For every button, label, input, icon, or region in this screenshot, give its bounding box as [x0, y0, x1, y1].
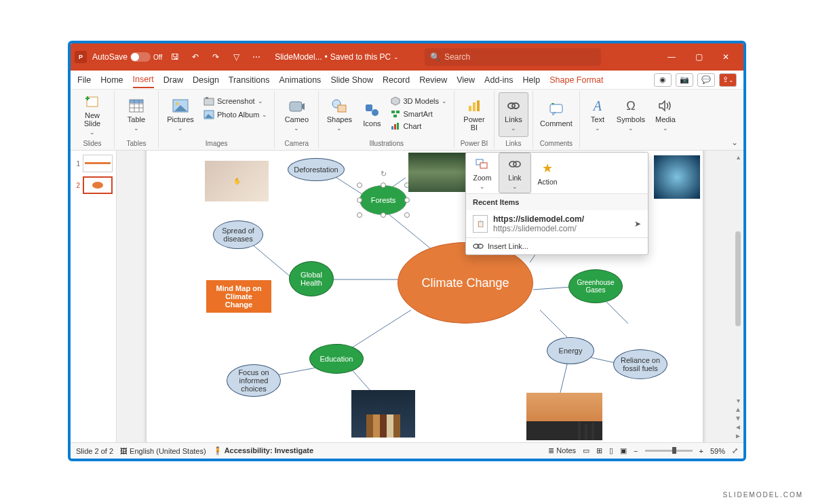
link-icon — [505, 98, 522, 114]
image-books[interactable] — [351, 390, 415, 438]
chart-button[interactable]: Chart — [388, 121, 450, 132]
symbols-button[interactable]: Ω Symbols ⌄ — [614, 92, 648, 137]
undo-icon[interactable]: ↶ — [188, 52, 203, 62]
photo-album-button[interactable]: Photo Album⌄ — [201, 109, 270, 121]
node-global-health[interactable]: Global Health — [289, 261, 334, 296]
text-button[interactable]: A Text ⌄ — [584, 92, 611, 137]
image-smokestacks[interactable] — [526, 393, 602, 440]
tab-design[interactable]: Design — [193, 73, 219, 88]
redo-icon[interactable]: ↷ — [208, 52, 223, 62]
recent-link-item[interactable]: 📋 https://slidemodel.com/ https://slidem… — [466, 210, 648, 237]
group-tables: Tables — [119, 138, 154, 149]
node-education[interactable]: Education — [309, 344, 364, 374]
tab-view[interactable]: View — [457, 73, 475, 88]
start-from-beginning-icon[interactable]: ▽ — [229, 52, 244, 62]
cameo-button[interactable]: Cameo ⌄ — [279, 92, 314, 137]
document-title[interactable]: SlideModel... • Saved to this PC ⌄ — [275, 52, 399, 62]
shapes-button[interactable]: Shapes ⌄ — [323, 92, 355, 137]
icons-icon — [364, 102, 380, 118]
sorter-view-icon[interactable]: ⊞ — [596, 446, 602, 455]
svg-rect-12 — [204, 98, 214, 105]
powerbi-button[interactable]: Power BI — [459, 92, 490, 137]
svg-point-10 — [176, 102, 178, 105]
svg-rect-26 — [391, 126, 393, 130]
comment-button[interactable]: Comment — [537, 92, 575, 137]
share-button[interactable]: ⇪ ⌄ — [719, 73, 737, 87]
zoom-out-button[interactable]: − — [634, 447, 638, 455]
slideshow-view-icon[interactable]: ▣ — [620, 446, 627, 455]
collapse-ribbon-icon[interactable]: ⌄ — [731, 138, 738, 147]
slide-thumbnail-2[interactable] — [83, 176, 113, 194]
node-reliance[interactable]: Reliance on fossil fuels — [613, 349, 667, 379]
zoom-slider[interactable] — [645, 450, 693, 452]
camera-icon[interactable]: 📷 — [676, 73, 693, 87]
tab-addins[interactable]: Add-ins — [484, 73, 513, 88]
rotate-handle-icon[interactable]: ↻ — [379, 170, 388, 179]
insert-link-button[interactable]: Insert Link... — [466, 237, 648, 254]
normal-view-icon[interactable]: ▭ — [583, 446, 589, 455]
tab-shape-format[interactable]: Shape Format — [549, 73, 603, 88]
save-icon[interactable]: 🖫 — [168, 52, 182, 62]
table-button[interactable]: Table ⌄ — [119, 92, 154, 137]
comments-icon[interactable]: 💬 — [697, 73, 715, 87]
node-forests[interactable]: Forests ↻ — [360, 185, 407, 215]
image-forest[interactable] — [408, 153, 472, 192]
node-deforestation[interactable]: Deforestation — [288, 158, 345, 181]
new-slide-button[interactable]: New Slide ⌄ — [75, 92, 110, 137]
link-button[interactable]: Link ⌄ — [499, 153, 531, 193]
zoom-in-button[interactable]: + — [699, 447, 703, 455]
autosave-toggle[interactable]: AutoSave Off — [92, 52, 162, 62]
tab-review[interactable]: Review — [419, 73, 447, 88]
legend-title[interactable]: Mind Map onClimate Change — [206, 280, 271, 313]
autosave-state: Off — [153, 54, 162, 61]
group-illustrations: Illustrations — [323, 138, 450, 149]
minimize-button[interactable]: — — [658, 52, 685, 62]
photo-album-icon — [204, 110, 214, 119]
tab-animations[interactable]: Animations — [279, 73, 322, 88]
tab-draw[interactable]: Draw — [163, 73, 183, 88]
recent-link-subtitle: https://slidemodel.com/ — [493, 224, 584, 233]
action-button[interactable]: ★ Action — [531, 153, 564, 193]
close-button[interactable]: ✕ — [712, 52, 739, 62]
maximize-button[interactable]: ▢ — [685, 52, 712, 62]
search-input[interactable]: 🔍 Search — [425, 48, 601, 66]
tab-help[interactable]: Help — [522, 73, 540, 88]
svg-point-21 — [372, 109, 379, 116]
cube-icon — [391, 96, 400, 106]
image-ocean[interactable] — [654, 155, 700, 199]
slide-thumbnail-1[interactable] — [83, 155, 113, 172]
reading-view-icon[interactable]: ▯ — [609, 446, 613, 455]
record-icon[interactable]: ◉ — [654, 73, 672, 87]
tab-insert[interactable]: Insert — [133, 72, 154, 88]
node-energy[interactable]: Energy — [547, 337, 594, 364]
fit-to-window-icon[interactable]: ⤢ — [732, 446, 738, 455]
image-hands[interactable]: ✋ — [205, 161, 269, 201]
powerpoint-app-icon: P — [75, 51, 87, 63]
node-focus[interactable]: Focus on informed choices — [227, 364, 281, 397]
svg-rect-24 — [396, 111, 400, 113]
media-button[interactable]: Media ⌄ — [651, 92, 680, 137]
slide-indicator[interactable]: Slide 2 of 2 — [76, 447, 113, 455]
node-spread[interactable]: Spread of diseases — [213, 220, 263, 249]
smartart-button[interactable]: SmartArt — [388, 109, 450, 119]
links-button[interactable]: Links ⌄ — [499, 92, 528, 137]
qat-overflow-icon[interactable]: ⋯ — [249, 52, 264, 62]
accessibility-indicator[interactable]: 🧍 Accessibility: Investigate — [213, 446, 314, 455]
zoom-button[interactable]: Zoom ⌄ — [466, 153, 499, 193]
pictures-button[interactable]: Pictures ⌄ — [163, 92, 198, 137]
icons-button[interactable]: Icons — [358, 92, 385, 137]
tab-home[interactable]: Home — [100, 73, 123, 88]
tab-slideshow[interactable]: Slide Show — [330, 73, 373, 88]
svg-rect-8 — [130, 100, 143, 103]
tab-file[interactable]: File — [77, 73, 91, 88]
node-greenhouse[interactable]: Greenhouse Gases — [568, 269, 623, 303]
language-indicator[interactable]: 🖽 English (United States) — [120, 447, 206, 455]
tab-record[interactable]: Record — [383, 73, 410, 88]
vertical-scrollbar[interactable]: ▴ ▾ ▲▼ ◄► — [733, 151, 743, 442]
screenshot-button[interactable]: Screenshot⌄ — [201, 95, 270, 107]
tab-transitions[interactable]: Transitions — [229, 73, 270, 88]
chart-icon — [391, 122, 400, 130]
3d-models-button[interactable]: 3D Models⌄ — [388, 95, 450, 107]
zoom-level[interactable]: 59% — [710, 447, 725, 455]
notes-button[interactable]: ≣ Notes — [548, 446, 576, 455]
